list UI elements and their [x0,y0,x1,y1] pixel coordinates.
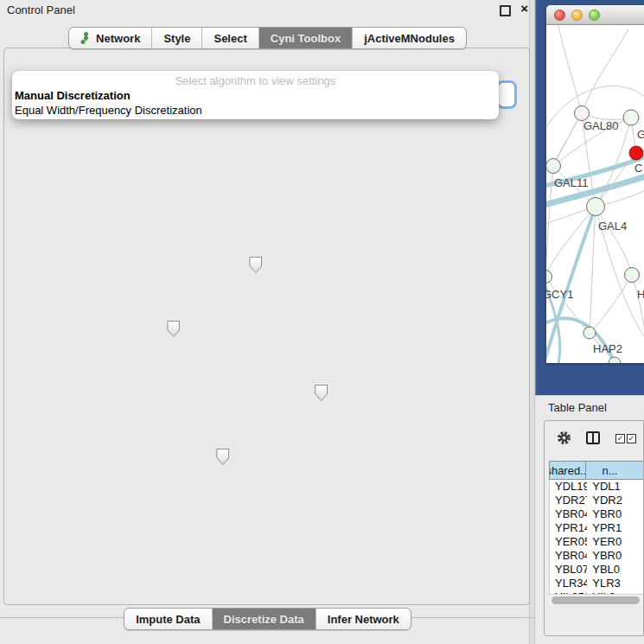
close-traffic-light-icon[interactable] [554,10,565,21]
bottom-tab-label: Infer Network [328,613,399,626]
network-edge [582,29,628,113]
top-tab-strip: NetworkStyleSelectCyni ToolboxjActiveMNo… [0,27,535,49]
tab-network[interactable]: Network [69,28,152,48]
table-cell: YPR1 [587,521,644,535]
network-window: GAL80GACGAL11GAL4GCY1HHAP2 [546,5,644,363]
network-node-label: GAL4 [598,220,627,233]
network-node-selected-node[interactable] [629,146,643,160]
table-toolbar: ✓ ✓ [545,421,643,456]
table-panel-title: Table Panel [548,401,607,414]
top-tab-group: NetworkStyleSelectCyni ToolboxjActiveMNo… [68,27,467,49]
columns-icon[interactable] [586,431,600,444]
tab-cyni-toolbox[interactable]: Cyni Toolbox [259,28,353,48]
table-cell: YER054C [550,535,587,549]
table-row[interactable]: YDL19...YDL1 [550,480,644,494]
close-icon[interactable]: × [520,1,528,16]
algorithm-dropdown-popup: Select algorithm to view settings Manual… [12,71,499,119]
table-header-row: shared...n... [549,461,644,480]
algorithm-option-manual-discretization[interactable]: Manual Discretization [12,88,499,103]
network-edge [546,207,596,277]
bottom-tab-impute-data[interactable]: Impute Data [124,609,212,629]
network-node-GCY1[interactable] [546,271,552,284]
network-node-label: GCY1 [546,288,573,301]
tab-label: Network [96,32,140,45]
network-node-GAL4[interactable] [587,198,605,216]
table-cell: YER0 [587,535,644,549]
checkbox-icon[interactable]: ✓ [627,434,636,443]
tab-label: Style [163,32,190,45]
table-cell: YDR2 [587,494,644,507]
algorithm-combo-focus[interactable] [496,80,517,109]
panel-title: Control Panel [7,3,75,16]
checkbox-icon[interactable]: ✓ [615,434,625,443]
gear-icon[interactable] [557,430,571,445]
zoom-traffic-light-icon[interactable] [589,10,600,21]
network-node-GAL11[interactable] [546,159,561,174]
table-cell: YPR145W [550,521,587,535]
tab-style[interactable]: Style [152,28,202,48]
bottom-tab-strip: Impute DataDiscretize DataInfer Network [0,608,535,630]
table-row[interactable]: YPR145WYPR1 [550,521,644,535]
table-row[interactable]: YER054CYER0 [550,535,644,549]
cyni-toolbox-content [3,48,530,605]
table-hscrollbar-track[interactable] [549,594,644,605]
minimize-traffic-light-icon[interactable] [571,10,583,21]
table-cell: YBR0 [587,507,644,521]
tab-label: Cyni Toolbox [271,32,341,45]
tab-jactivemnodules[interactable]: jActiveMNodules [353,28,466,48]
table-row[interactable]: YDR27...YDR2 [550,494,644,507]
table-panel-titlebar: Table Panel [535,395,644,419]
bottom-tab-infer-network[interactable]: Infer Network [316,609,411,629]
panel-splitter[interactable] [529,0,535,644]
algorithm-option-equal-width-frequency-discretization[interactable]: Equal Width/Frequency Discretization [12,103,499,118]
node-table: shared...n... YDL19...YDL1YDR27...YDR2YB… [549,461,644,594]
table-cell: YLR3 [587,577,644,590]
network-node-GA-partial[interactable] [623,110,639,125]
tab-select[interactable]: Select [202,28,258,48]
table-cell: YBL079W [550,563,587,577]
table-cell: YDL19... [550,480,587,494]
network-node-label: H [637,288,644,301]
table-cell: YBR045C [550,549,587,563]
table-cell: YBR0 [587,549,644,563]
table-cell: YBR043C [550,507,587,521]
column-header-2[interactable]: n... [586,461,644,480]
float-window-icon[interactable] [500,5,511,16]
bottom-tab-label: Impute Data [136,613,200,626]
table-cell: YLR345W [550,577,587,590]
table-hscrollbar-thumb[interactable] [552,596,640,604]
network-edge [596,207,632,275]
algorithm-prompt: Select algorithm to view settings [12,71,499,88]
control-panel-titlebar: Control Panel × [0,0,535,21]
control-panel: Control Panel × NetworkStyleSelectCyni T… [0,0,535,644]
table-cell: YBL0 [587,563,644,577]
network-edge [590,275,632,333]
table-row[interactable]: YLR345WYLR3 [550,577,644,590]
network-canvas[interactable]: GAL80GACGAL11GAL4GCY1HHAP2 [546,25,644,363]
table-cell: YDL1 [587,480,644,494]
table-row[interactable]: YBR043CYBR0 [550,507,644,521]
tab-label: jActiveMNodules [364,32,455,45]
network-node-H-partial[interactable] [625,268,640,283]
network-node-HAP2[interactable] [583,327,596,339]
network-icon [80,32,92,44]
bottom-tab-discretize-data[interactable]: Discretize Data [213,609,316,629]
network-node-label: GA [637,128,644,141]
table-panel-window: ✓ ✓ shared...n... YDL19...YDL1YDR27...YD… [544,420,644,636]
column-header-1[interactable]: shared... [549,461,586,480]
network-window-titlebar [546,5,644,25]
network-node-label: GAL80 [583,119,618,132]
table-row[interactable]: YBL079WYBL0 [550,563,644,577]
network-node-label: HAP2 [593,342,622,355]
bottom-tab-label: Discretize Data [224,613,304,626]
table-cell: YDR27... [550,494,587,507]
bottom-tab-group: Impute DataDiscretize DataInfer Network [124,608,411,630]
network-node-label: GAL11 [554,176,589,189]
network-edge [558,25,582,113]
network-node-GAL80[interactable] [575,106,590,121]
tab-label: Select [214,32,246,45]
table-row[interactable]: YBR045CYBR0 [550,549,644,563]
table-rows: YDL19...YDL1YDR27...YDR2YBR043CYBR0YPR14… [549,480,644,594]
network-node-label: C [634,162,642,175]
